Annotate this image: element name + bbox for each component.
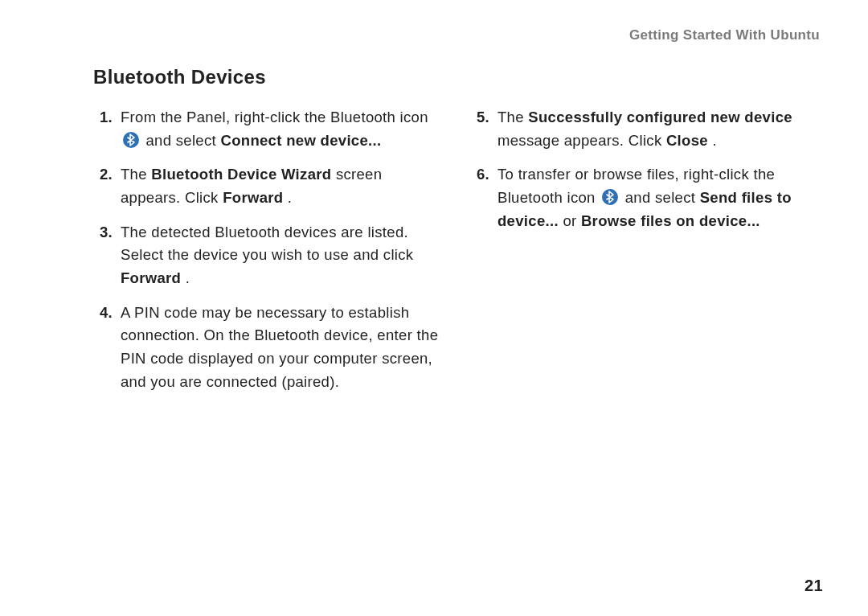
list-body: The Successfully configured new device m… <box>497 106 823 152</box>
bold-text: Successfully configured new device <box>528 109 792 125</box>
page: Getting Started With Ubuntu Bluetooth De… <box>0 0 868 616</box>
list-item: 5. The Successfully configured new devic… <box>477 106 823 152</box>
bold-text: Forward <box>223 189 283 206</box>
content-columns: 1. From the Panel, right-click the Bluet… <box>100 106 823 405</box>
bold-text: Bluetooth Device Wizard <box>151 166 331 183</box>
text: . <box>712 132 716 149</box>
list-number: 5. <box>477 106 497 129</box>
bold-text: Close <box>666 132 708 149</box>
list-item: 4. A PIN code may be necessary to establ… <box>100 302 446 394</box>
text: . <box>288 189 292 206</box>
text: and select <box>145 132 220 149</box>
text: The <box>497 109 528 125</box>
list-number: 4. <box>100 302 121 325</box>
list-item: 1. From the Panel, right-click the Bluet… <box>100 106 446 152</box>
text: The <box>121 166 151 183</box>
column-right: 5. The Successfully configured new devic… <box>477 106 823 405</box>
bold-text: Browse files on device... <box>581 212 760 229</box>
list-item: 6. To transfer or browse files, right-cl… <box>477 163 823 232</box>
list-number: 3. <box>100 221 121 244</box>
list-body: From the Panel, right-click the Bluetoot… <box>121 106 446 152</box>
list-number: 1. <box>100 106 121 129</box>
text: and select <box>625 189 700 206</box>
bluetooth-icon <box>123 132 139 148</box>
section-title: Bluetooth Devices <box>93 66 823 88</box>
list-body: The detected Bluetooth devices are liste… <box>121 221 446 290</box>
list-body: A PIN code may be necessary to establish… <box>121 302 446 394</box>
text: message appears. Click <box>497 132 666 149</box>
column-left: 1. From the Panel, right-click the Bluet… <box>100 106 446 405</box>
running-header: Getting Started With Ubuntu <box>629 27 820 43</box>
list-body: The Bluetooth Device Wizard screen appea… <box>121 163 446 209</box>
bluetooth-icon <box>602 189 618 205</box>
list-item: 3. The detected Bluetooth devices are li… <box>100 221 446 290</box>
text: or <box>563 212 581 229</box>
text: From the Panel, right-click the Bluetoot… <box>121 109 428 125</box>
text: . <box>186 269 190 286</box>
list-number: 6. <box>477 163 497 187</box>
list-body: To transfer or browse files, right-click… <box>497 163 823 232</box>
bold-text: Connect new device... <box>220 132 381 149</box>
text: A PIN code may be necessary to establish… <box>121 304 438 390</box>
text: The detected Bluetooth devices are liste… <box>121 224 413 264</box>
list-item: 2. The Bluetooth Device Wizard screen ap… <box>100 163 446 209</box>
bold-text: Forward <box>121 269 181 286</box>
list-number: 2. <box>100 163 121 187</box>
page-number: 21 <box>805 577 823 595</box>
